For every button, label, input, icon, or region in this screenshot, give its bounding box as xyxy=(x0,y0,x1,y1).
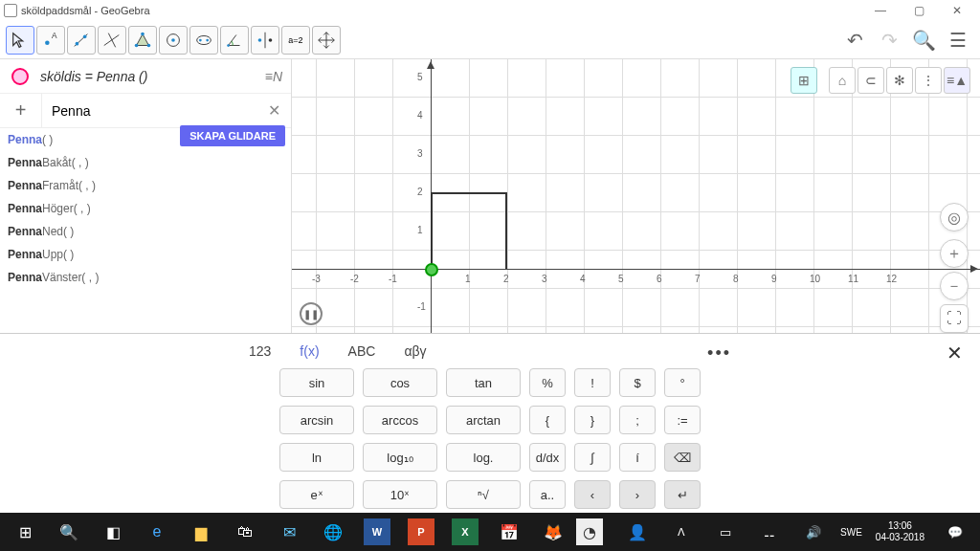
expression[interactable]: sköldis = Penna () xyxy=(40,69,256,84)
search-button[interactable]: 🔍 xyxy=(907,24,940,56)
add-button[interactable]: + xyxy=(0,94,42,128)
key-ln[interactable]: ln xyxy=(279,443,354,472)
point-capture-button[interactable]: ⊂ xyxy=(858,67,884,94)
kbd-close-button[interactable]: ✕ xyxy=(947,342,963,364)
more-button[interactable]: ⋮ xyxy=(915,67,942,94)
key-10ˣ[interactable]: 10ˣ xyxy=(363,480,437,509)
clear-input-button[interactable]: ✕ xyxy=(256,101,291,120)
fullscreen-button[interactable]: ⛶ xyxy=(940,304,969,333)
perpendicular-tool[interactable] xyxy=(98,26,126,55)
edge-icon[interactable]: e xyxy=(136,513,178,551)
key-:=[interactable]: := xyxy=(664,406,701,434)
word-icon[interactable]: W xyxy=(364,518,390,545)
firefox-icon[interactable]: 🦊 xyxy=(532,513,574,551)
algebra-row[interactable]: sköldis = Penna () ≡N xyxy=(0,59,291,94)
store-icon[interactable]: 🛍 xyxy=(224,513,266,551)
tray-up-icon[interactable]: ᐱ xyxy=(660,513,702,551)
symbolic-toggle[interactable]: ≡N xyxy=(256,59,291,94)
visibility-toggle[interactable] xyxy=(11,68,29,85)
key-$[interactable]: $ xyxy=(619,368,656,397)
chrome-icon[interactable]: 🌐 xyxy=(312,513,354,551)
task-view-button[interactable]: ◧ xyxy=(92,513,134,551)
grid-style-button[interactable]: ⊞ xyxy=(791,67,817,94)
circle-tool[interactable] xyxy=(159,26,188,55)
ellipse-tool[interactable] xyxy=(189,26,218,55)
key-%[interactable]: % xyxy=(529,368,566,397)
key-°[interactable]: ° xyxy=(664,368,701,397)
algebra-input[interactable] xyxy=(42,95,256,127)
home-button[interactable]: ⌂ xyxy=(829,67,856,94)
key-![interactable]: ! xyxy=(574,368,611,397)
key-d/dx[interactable]: d/dx xyxy=(529,443,566,472)
geogebra-icon[interactable]: ◔ xyxy=(576,518,603,545)
autocomplete-item[interactable]: PennaBakåt( , ) xyxy=(0,151,291,174)
powerpoint-icon[interactable]: P xyxy=(408,518,434,545)
undo-button[interactable]: ↶ xyxy=(838,24,871,56)
battery-icon[interactable]: ▭ xyxy=(704,513,746,551)
taskbar-clock[interactable]: 13:0604-03-2018 xyxy=(868,520,932,543)
key-∫[interactable]: ∫ xyxy=(574,443,611,472)
key-eˣ[interactable]: eˣ xyxy=(279,480,354,509)
key-›[interactable]: › xyxy=(619,480,656,509)
zoom-out-button[interactable]: － xyxy=(940,272,969,300)
autocomplete-item[interactable]: PennaVänster( , ) xyxy=(0,266,291,289)
key-cos[interactable]: cos xyxy=(363,368,437,397)
maximize-button[interactable]: ▢ xyxy=(900,0,938,21)
key-log.[interactable]: log. xyxy=(446,443,521,472)
calendar-icon[interactable]: 📅 xyxy=(488,513,530,551)
reflect-tool[interactable] xyxy=(251,26,279,55)
key-sin[interactable]: sin xyxy=(279,368,354,397)
zoom-in-button[interactable]: ＋ xyxy=(940,239,969,268)
target-button[interactable]: ◎ xyxy=(940,203,969,231)
angle-tool[interactable] xyxy=(220,26,249,55)
mail-icon[interactable]: ✉ xyxy=(268,513,310,551)
point-tool[interactable]: A xyxy=(36,26,65,55)
autocomplete-item[interactable]: PennaHöger( , ) xyxy=(0,197,291,220)
pause-button[interactable]: ❚❚ xyxy=(300,302,323,325)
line-tool[interactable] xyxy=(67,26,96,55)
graphics-view[interactable]: -3-2-1123456789101112-112345 ⊞ ⌂ ⊂ ✻ ⋮ ≡… xyxy=(292,59,980,333)
autocomplete-item[interactable]: PennaUpp( ) xyxy=(0,243,291,266)
key-{[interactable]: { xyxy=(529,406,566,434)
key-a..[interactable]: a.. xyxy=(529,480,566,509)
notifications-icon[interactable]: 💬 xyxy=(934,513,976,551)
key-;[interactable]: ; xyxy=(619,406,656,434)
graphics-menu-button[interactable]: ≡▲ xyxy=(944,67,970,94)
redo-button[interactable]: ↷ xyxy=(873,24,905,56)
kbd-tab-abc[interactable]: ABC xyxy=(348,343,376,359)
kbd-tab-123[interactable]: 123 xyxy=(249,343,271,359)
key-arctan[interactable]: arctan xyxy=(446,406,521,434)
kbd-tab-fx[interactable]: f(x) xyxy=(300,343,319,359)
key-arcsin[interactable]: arcsin xyxy=(279,406,354,434)
polygon-tool[interactable] xyxy=(128,26,157,55)
key-í[interactable]: í xyxy=(619,443,656,472)
taskbar-search[interactable]: 🔍 xyxy=(48,513,90,551)
turtle-point[interactable] xyxy=(425,263,438,276)
move-tool[interactable] xyxy=(6,26,34,55)
menu-button[interactable]: ☰ xyxy=(942,24,974,56)
start-button[interactable]: ⊞ xyxy=(4,513,46,551)
settings-button[interactable]: ✻ xyxy=(886,67,913,94)
create-slider-badge[interactable]: SKAPA GLIDARE xyxy=(180,125,285,146)
excel-icon[interactable]: X xyxy=(452,518,479,545)
language-indicator[interactable]: SWE xyxy=(836,527,866,538)
kbd-more-button[interactable]: ••• xyxy=(707,343,731,364)
move-view-tool[interactable] xyxy=(312,26,341,55)
key-log₁₀[interactable]: log₁₀ xyxy=(363,443,437,472)
volume-icon[interactable]: 🔊 xyxy=(792,513,835,551)
minimize-button[interactable]: — xyxy=(861,0,900,21)
key-⌫[interactable]: ⌫ xyxy=(664,443,701,472)
key-arccos[interactable]: arccos xyxy=(363,406,437,434)
key-}[interactable]: } xyxy=(574,406,611,434)
people-icon[interactable]: 👤 xyxy=(616,513,658,551)
autocomplete-item[interactable]: PennaNed( ) xyxy=(0,220,291,243)
autocomplete-item[interactable]: PennaFramåt( , ) xyxy=(0,174,291,197)
key-↵[interactable]: ↵ xyxy=(664,480,701,509)
slider-tool[interactable]: a=2 xyxy=(281,26,310,55)
close-button[interactable]: ✕ xyxy=(938,0,976,21)
explorer-icon[interactable]: ▆ xyxy=(180,513,222,551)
key-‹[interactable]: ‹ xyxy=(574,480,611,509)
wifi-icon[interactable]: ⚋ xyxy=(748,513,791,551)
kbd-tab-greek[interactable]: αβγ xyxy=(404,343,426,359)
key-ⁿ√[interactable]: ⁿ√ xyxy=(446,480,521,509)
